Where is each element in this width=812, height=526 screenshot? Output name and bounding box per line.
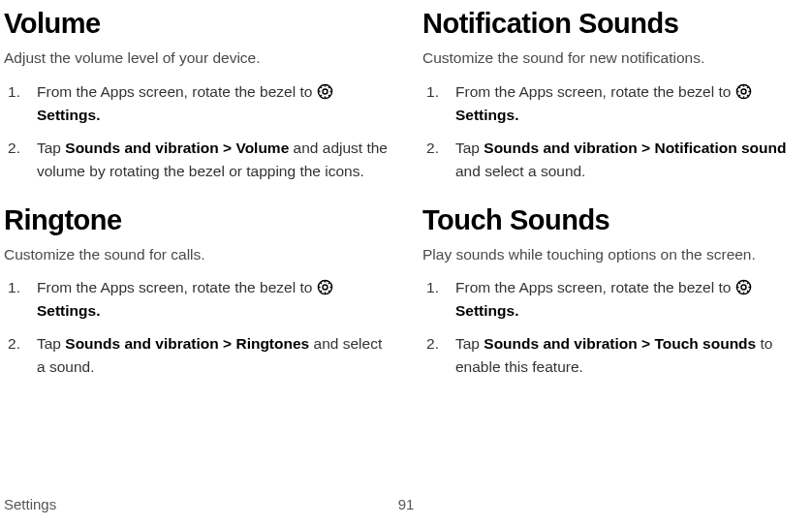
settings-icon xyxy=(317,83,333,100)
touch-step-2: Tap Sounds and vibration > Touch sounds … xyxy=(422,332,812,379)
settings-label: Settings. xyxy=(37,107,100,123)
svg-line-27 xyxy=(747,95,748,96)
step-text: From the Apps screen, rotate the bezel t… xyxy=(37,83,317,100)
ringtone-step-2: Tap Sounds and vibration > Ringtones and… xyxy=(4,332,393,379)
menu-path: Sounds and vibration xyxy=(65,335,218,352)
notification-section: Notification Sounds Customize the sound … xyxy=(422,8,812,183)
svg-line-29 xyxy=(747,86,748,87)
volume-desc: Adjust the volume level of your device. xyxy=(4,47,393,69)
svg-line-9 xyxy=(328,86,329,87)
settings-label: Settings. xyxy=(455,107,518,123)
volume-step-2: Tap Sounds and vibration > Volume and ad… xyxy=(4,137,393,183)
ringtone-section: Ringtone Customize the sound for calls. … xyxy=(4,204,393,380)
svg-point-11 xyxy=(323,285,328,290)
ringtone-heading: Ringtone xyxy=(4,204,393,236)
notification-step-2: Tap Sounds and vibration > Notification … xyxy=(422,137,812,183)
touch-section: Touch Sounds Play sounds while touching … xyxy=(422,204,812,380)
notification-steps: From the Apps screen, rotate the bezel t… xyxy=(422,80,812,183)
volume-heading: Volume xyxy=(4,8,393,40)
svg-point-1 xyxy=(323,89,328,94)
menu-sep: > xyxy=(638,139,655,156)
ringtone-steps: From the Apps screen, rotate the bezel t… xyxy=(4,276,393,379)
menu-path: Sounds and vibration xyxy=(484,335,637,352)
settings-icon xyxy=(735,83,752,100)
menu-path: Notification sound xyxy=(654,139,786,156)
touch-steps: From the Apps screen, rotate the bezel t… xyxy=(422,276,812,379)
settings-icon xyxy=(735,279,752,295)
svg-line-36 xyxy=(738,283,739,284)
svg-line-39 xyxy=(747,283,748,284)
menu-sep: > xyxy=(219,139,236,156)
svg-line-6 xyxy=(320,86,321,87)
step-text: Tap xyxy=(455,139,484,156)
svg-line-38 xyxy=(738,291,739,292)
notification-heading: Notification Sounds xyxy=(422,8,812,40)
svg-line-28 xyxy=(738,95,739,96)
step-text: From the Apps screen, rotate the bezel t… xyxy=(455,279,735,295)
touch-desc: Play sounds while touching options on th… xyxy=(422,244,812,265)
svg-point-31 xyxy=(741,285,746,290)
step-text: From the Apps screen, rotate the bezel t… xyxy=(455,83,735,100)
touch-heading: Touch Sounds xyxy=(422,204,812,236)
menu-sep: > xyxy=(638,335,655,352)
svg-line-18 xyxy=(320,291,321,292)
settings-label: Settings. xyxy=(37,302,100,319)
volume-section: Volume Adjust the volume level of your d… xyxy=(4,8,393,183)
step-text: Tap xyxy=(37,335,65,352)
svg-line-8 xyxy=(320,95,321,96)
left-column: Volume Adjust the volume level of your d… xyxy=(4,8,393,401)
menu-path: Sounds and vibration xyxy=(484,139,637,156)
page-footer: Settings 91 xyxy=(4,496,808,512)
svg-line-16 xyxy=(320,283,321,284)
menu-path: Touch sounds xyxy=(654,335,756,352)
touch-step-1: From the Apps screen, rotate the bezel t… xyxy=(422,276,812,323)
content-columns: Volume Adjust the volume level of your d… xyxy=(0,8,812,401)
menu-path: Sounds and vibration xyxy=(65,139,218,156)
notification-desc: Customize the sound for new notification… xyxy=(422,47,812,69)
step-text: Tap xyxy=(455,335,484,352)
right-column: Notification Sounds Customize the sound … xyxy=(422,8,812,401)
footer-page-number: 91 xyxy=(398,496,415,512)
menu-path: Ringtones xyxy=(235,335,309,352)
svg-line-37 xyxy=(747,291,748,292)
settings-label: Settings. xyxy=(455,302,518,319)
svg-line-17 xyxy=(328,291,329,292)
menu-path: Volume xyxy=(235,139,289,156)
step-text: From the Apps screen, rotate the bezel t… xyxy=(37,279,317,295)
settings-icon xyxy=(317,279,333,295)
step-text: Tap xyxy=(37,139,65,156)
svg-line-7 xyxy=(328,95,329,96)
footer-section: Settings xyxy=(4,496,56,512)
ringtone-step-1: From the Apps screen, rotate the bezel t… xyxy=(4,276,393,323)
notification-step-1: From the Apps screen, rotate the bezel t… xyxy=(422,80,812,127)
svg-line-26 xyxy=(738,86,739,87)
ringtone-desc: Customize the sound for calls. xyxy=(4,244,393,265)
volume-step-1: From the Apps screen, rotate the bezel t… xyxy=(4,80,393,127)
volume-steps: From the Apps screen, rotate the bezel t… xyxy=(4,80,393,183)
step-text: and select a sound. xyxy=(455,163,585,179)
menu-sep: > xyxy=(219,335,236,352)
svg-line-19 xyxy=(328,283,329,284)
svg-point-21 xyxy=(741,89,746,94)
